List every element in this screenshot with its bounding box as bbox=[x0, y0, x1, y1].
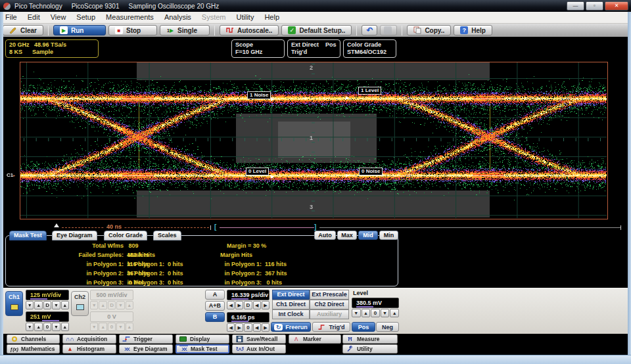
one-level-label[interactable]: 1 Level bbox=[358, 87, 381, 95]
window-bracket-close[interactable]: ] bbox=[314, 224, 316, 231]
menu-setup[interactable]: Setup bbox=[71, 12, 101, 23]
spin-button[interactable]: ▲ bbox=[390, 309, 399, 317]
menu-edit[interactable]: Edit bbox=[22, 12, 45, 23]
tab-mask-test[interactable]: Mask Test bbox=[9, 231, 47, 240]
spin-button[interactable]: ▼ bbox=[381, 309, 390, 317]
spin-button[interactable]: 0 bbox=[43, 323, 51, 331]
eye-diagram-display[interactable] bbox=[3, 60, 628, 222]
tab-eye-diagram[interactable]: Eye Diagram bbox=[52, 231, 97, 240]
window-bracket-open[interactable]: [ bbox=[214, 224, 216, 231]
save-recall-menu-button[interactable]: Save/Recall bbox=[232, 334, 286, 344]
margin-max-button[interactable]: Max bbox=[337, 231, 357, 240]
tab-color-grade[interactable]: Color Grade bbox=[104, 231, 147, 240]
position-indicator bbox=[231, 298, 248, 300]
timebase-delay-spinner[interactable]: ◀▶0◀▶ bbox=[227, 323, 269, 332]
spin-button[interactable]: ◀ bbox=[253, 301, 261, 309]
trigger-ext-prescale[interactable]: Ext Prescale bbox=[310, 290, 349, 300]
timebase-ab-button[interactable]: A+B bbox=[205, 301, 225, 311]
menu-analysis[interactable]: Analysis bbox=[159, 12, 197, 23]
undo-button[interactable]: ↶ bbox=[362, 25, 377, 35]
single-button[interactable]: 1▶ Single bbox=[160, 25, 210, 35]
ch1-scale-spinner[interactable]: ▼▲D▼▲ bbox=[26, 301, 69, 309]
ch1-offset-display[interactable]: 251 mV bbox=[26, 311, 69, 322]
timebase-scale-spinner[interactable]: ◀▶D◀▶ bbox=[227, 301, 269, 309]
trigger-ch2-direct[interactable]: Ch2 Direct bbox=[310, 300, 349, 309]
spin-button[interactable]: ◀ bbox=[253, 323, 261, 332]
timebase-b-button[interactable]: B bbox=[205, 312, 225, 322]
timebase-marker-icon[interactable] bbox=[54, 223, 59, 227]
minimize-button[interactable]: — bbox=[567, 1, 584, 11]
timebase-delay-display[interactable]: 6.165 ps bbox=[227, 312, 269, 323]
spin-button[interactable]: ▲ bbox=[61, 301, 69, 309]
spin-button[interactable]: ▼ bbox=[52, 301, 60, 309]
maximize-button[interactable]: ▫ bbox=[586, 1, 603, 11]
spin-button[interactable]: ▼ bbox=[26, 301, 34, 309]
spin-button[interactable]: D bbox=[244, 301, 252, 309]
ch1-button[interactable]: Ch1 bbox=[5, 291, 23, 316]
spin-button[interactable]: 0 bbox=[371, 309, 380, 317]
spin-button[interactable]: ▼ bbox=[52, 323, 60, 331]
ch2-button[interactable]: Ch2 bbox=[71, 291, 89, 316]
ch1-offset-spinner[interactable]: ▼▲0▼▲ bbox=[26, 323, 69, 331]
autoscale-button[interactable]: Autoscale.. bbox=[220, 25, 279, 35]
trigd-button[interactable]: Trig'd bbox=[312, 322, 350, 332]
margin-mid-button[interactable]: Mid bbox=[358, 231, 378, 240]
trigger-menu-button[interactable]: Trigger bbox=[119, 334, 173, 344]
histogram-menu-button[interactable]: ▲Histogram bbox=[62, 344, 116, 353]
help-button[interactable]: ? Help bbox=[454, 25, 492, 35]
margin-auto-button[interactable]: Auto bbox=[314, 231, 336, 240]
level-display[interactable]: 380.5 mV bbox=[352, 298, 399, 308]
copy-button[interactable]: Copy.. bbox=[407, 25, 451, 35]
spin-button[interactable]: 0 bbox=[244, 323, 252, 332]
stop-button[interactable]: ■ Stop bbox=[108, 25, 157, 35]
spin-button[interactable]: ◀ bbox=[227, 323, 235, 332]
menu-file[interactable]: File bbox=[0, 12, 22, 23]
mask-test-menu-button[interactable]: ΧΧMask Test bbox=[175, 344, 229, 353]
spin-button[interactable]: D bbox=[43, 301, 51, 309]
menu-measurements[interactable]: Measurements bbox=[101, 12, 159, 23]
zero-noise-label[interactable]: 0 Noise bbox=[359, 168, 383, 175]
spin-button[interactable]: ▶ bbox=[235, 323, 243, 332]
timebase-scale-display[interactable]: 16.339 ps/div bbox=[227, 290, 269, 300]
spin-button[interactable]: ◀ bbox=[227, 301, 235, 309]
spin-button[interactable]: ▶ bbox=[262, 323, 269, 332]
zero-level-label[interactable]: 0 Level bbox=[246, 168, 269, 175]
spin-button[interactable]: ▲ bbox=[34, 301, 42, 309]
ch1-scale-display[interactable]: 125 mV/div bbox=[26, 290, 69, 300]
channels-menu-button[interactable]: Channels bbox=[7, 334, 60, 344]
aux-in-out-menu-button[interactable]: ↻↺Aux In/Out bbox=[232, 344, 286, 353]
one-noise-label[interactable]: 1 Noise bbox=[247, 91, 271, 99]
spin-button[interactable]: ▲ bbox=[362, 309, 371, 317]
spin-button[interactable]: ▶ bbox=[262, 301, 269, 309]
menu-utility[interactable]: Utility bbox=[231, 12, 260, 23]
level-spinner[interactable]: ▼▲0▼▲ bbox=[352, 309, 399, 317]
close-button[interactable]: ✕ bbox=[605, 1, 628, 11]
trigger-int-clock[interactable]: Int Clock bbox=[272, 309, 310, 319]
slope-pos-button[interactable]: Pos bbox=[352, 322, 375, 332]
timebase-a-button[interactable]: A bbox=[205, 290, 225, 300]
eye-diagram-menu-button[interactable]: ΧΧEye Diagram bbox=[119, 344, 173, 353]
spin-button[interactable]: ▼ bbox=[26, 323, 34, 331]
trigger-ext-direct[interactable]: Ext Direct bbox=[272, 290, 310, 300]
spin-button[interactable]: ▶ bbox=[235, 301, 243, 309]
freerun-button[interactable]: ↻Freerun bbox=[271, 322, 311, 332]
acquisition-menu-button[interactable]: ∩∩Acquisition bbox=[62, 334, 116, 344]
clear-button[interactable]: Clear bbox=[3, 25, 43, 35]
menu-help[interactable]: Help bbox=[259, 12, 285, 23]
default-setup-button[interactable]: ✓ Default Setup.. bbox=[281, 25, 352, 35]
display-menu-button[interactable]: Display bbox=[175, 334, 229, 344]
tab-scales[interactable]: Scales bbox=[153, 231, 181, 240]
menu-view[interactable]: View bbox=[45, 12, 72, 23]
trigger-ch1-direct[interactable]: Ch1 Direct bbox=[272, 300, 310, 309]
spin-button[interactable]: ▼ bbox=[352, 309, 361, 317]
utility-menu-button[interactable]: Utility bbox=[342, 344, 398, 353]
measure-menu-button[interactable]: ĦMeasure bbox=[342, 334, 398, 344]
margin-min-button[interactable]: Min bbox=[379, 231, 398, 240]
timeline-window-segment[interactable] bbox=[220, 227, 314, 228]
mathematics-menu-button[interactable]: ƒ(x)Mathematics bbox=[7, 344, 60, 353]
slope-neg-button[interactable]: Neg bbox=[376, 322, 399, 332]
marker-menu-button[interactable]: ΛMarker bbox=[289, 334, 341, 344]
spin-button[interactable]: ▲ bbox=[61, 323, 69, 331]
run-button[interactable]: ▶ Run bbox=[53, 25, 106, 35]
spin-button[interactable]: ▲ bbox=[34, 323, 42, 331]
